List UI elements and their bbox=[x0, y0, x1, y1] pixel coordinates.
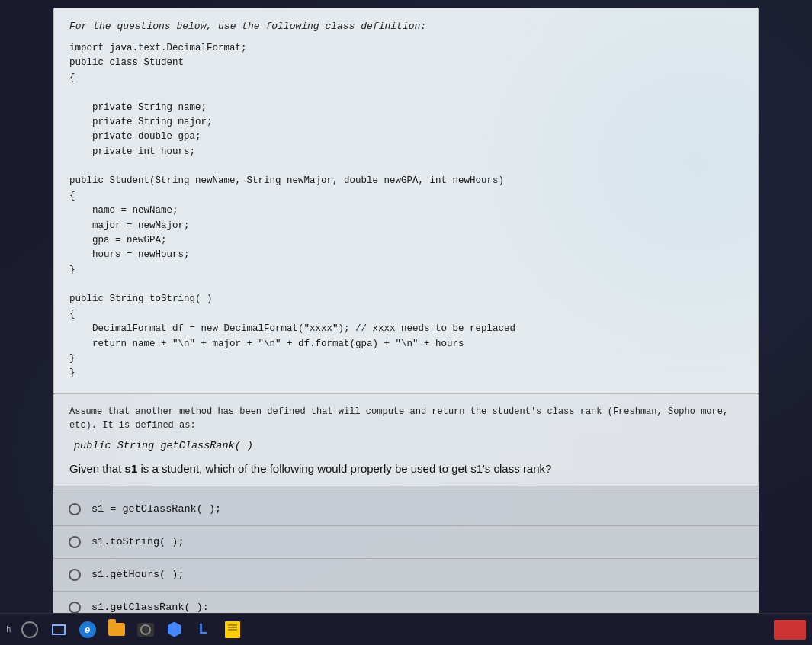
radio-a[interactable] bbox=[69, 503, 81, 515]
taskbar: h e L bbox=[0, 613, 812, 645]
l-app-btn[interactable]: L bbox=[191, 618, 216, 642]
edge-browser-btn[interactable]: e bbox=[75, 618, 100, 642]
code-imports: import java.text.DecimalFormat; public c… bbox=[69, 41, 743, 381]
monitor-icon bbox=[52, 624, 66, 635]
answers-section: s1 = getClassRank( ); s1.toString( ); s1… bbox=[53, 486, 759, 624]
radio-d[interactable] bbox=[69, 602, 81, 614]
radio-c[interactable] bbox=[69, 569, 81, 581]
taskbar-left-label: h bbox=[6, 625, 11, 634]
question-text: Given that s1 is a student, which of the… bbox=[69, 460, 743, 477]
camera-btn[interactable] bbox=[133, 618, 158, 642]
note-btn[interactable] bbox=[220, 618, 245, 642]
circle-icon bbox=[21, 621, 38, 638]
edge-icon: e bbox=[79, 621, 96, 638]
screen: For the questions below, use the followi… bbox=[0, 0, 812, 645]
answer-label-a: s1 = getClassRank( ); bbox=[91, 503, 221, 515]
answer-label-c: s1.getHours( ); bbox=[91, 569, 185, 580]
answer-label-b: s1.toString( ); bbox=[91, 536, 185, 547]
shield-icon bbox=[168, 622, 181, 637]
note-icon bbox=[225, 621, 240, 638]
question-section: Assume that another method has been defi… bbox=[53, 394, 759, 486]
assume-text: Assume that another method has been defi… bbox=[69, 405, 743, 432]
folder-icon bbox=[108, 623, 125, 636]
intro-text: For the questions below, use the followi… bbox=[69, 21, 743, 32]
answer-option-b[interactable]: s1.toString( ); bbox=[53, 526, 759, 559]
system-tray bbox=[774, 620, 806, 640]
l-icon: L bbox=[199, 621, 207, 637]
shield-btn[interactable] bbox=[162, 618, 187, 642]
main-content: For the questions below, use the followi… bbox=[0, 0, 812, 645]
method-display: public String getClassRank( ) bbox=[69, 440, 743, 451]
answer-label-d: s1.getClassRank( ): bbox=[91, 602, 209, 613]
answer-option-c[interactable]: s1.getHours( ); bbox=[53, 559, 759, 592]
tray-bar bbox=[774, 620, 806, 640]
code-section: For the questions below, use the followi… bbox=[53, 8, 759, 394]
start-circle-icon[interactable] bbox=[18, 618, 42, 642]
radio-b[interactable] bbox=[69, 536, 81, 548]
answer-option-a[interactable]: s1 = getClassRank( ); bbox=[53, 493, 759, 526]
taskbar-icons: e L bbox=[18, 618, 245, 642]
camera-icon bbox=[137, 623, 154, 637]
folder-btn[interactable] bbox=[104, 618, 129, 642]
monitor-icon-btn[interactable] bbox=[47, 618, 71, 642]
